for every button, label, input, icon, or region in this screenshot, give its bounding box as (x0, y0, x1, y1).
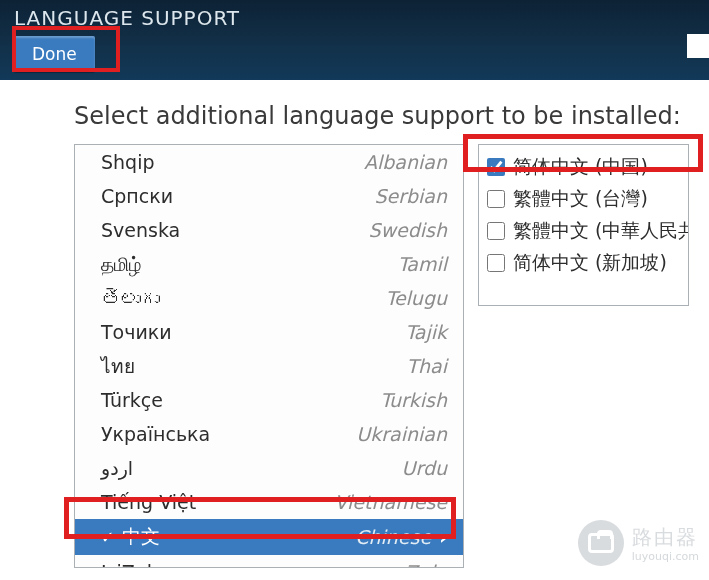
header-right-stub (687, 34, 709, 58)
language-english-label: Tajik (405, 321, 447, 343)
done-button[interactable]: Done (14, 36, 95, 72)
variant-label: 简体中文 (中国) (513, 154, 648, 180)
language-native-label: தமிழ் (101, 253, 141, 276)
variant-label: 简体中文 (新加坡) (513, 250, 667, 276)
instruction-text: Select additional language support to be… (74, 102, 709, 130)
header-bar: LANGUAGE SUPPORT Done (0, 0, 709, 80)
language-english-label: Vietnamese (335, 491, 447, 513)
language-native-label: Shqip (101, 151, 155, 173)
language-english-label: Swedish (368, 219, 447, 241)
language-row[interactable]: தமிழ்Tamil (75, 247, 463, 281)
variant-row[interactable]: 繁體中文 (中華人民共和國) (483, 215, 684, 247)
language-native-label: اردو (101, 457, 133, 479)
language-row[interactable]: IsiZuluZulu (75, 555, 463, 568)
variant-row[interactable]: 简体中文 (新加坡) (483, 247, 684, 279)
language-english-label: Turkish (380, 389, 447, 411)
language-row[interactable]: ไทยThai (75, 349, 463, 383)
variant-checkbox[interactable] (487, 190, 505, 208)
language-native-label: Tiếng Việt (101, 491, 196, 513)
variant-checkbox[interactable] (487, 254, 505, 272)
language-row[interactable]: СрпскиSerbian (75, 179, 463, 213)
page-title: LANGUAGE SUPPORT (14, 6, 695, 30)
language-native-label: 中文 (122, 524, 160, 550)
language-english-label: Albanian (364, 151, 447, 173)
language-row[interactable]: TürkçeTurkish (75, 383, 463, 417)
language-english-label: Ukrainian (356, 423, 447, 445)
language-english-label: Zulu (405, 561, 447, 568)
variant-label: 繁體中文 (台灣) (513, 186, 648, 212)
chevron-right-icon: › (439, 526, 447, 548)
language-english-label: Tamil (398, 253, 447, 275)
language-native-label: Svenska (101, 219, 180, 241)
language-row[interactable]: తెలుగుTelugu (75, 281, 463, 315)
checkmark-icon: ✓ (101, 528, 114, 547)
variant-checkbox[interactable] (487, 222, 505, 240)
language-native-label: Српски (101, 185, 173, 207)
language-row[interactable]: اردوUrdu (75, 451, 463, 485)
language-list[interactable]: ShqipAlbanianСрпскиSerbianSvenskaSwedish… (74, 144, 464, 568)
variant-row[interactable]: 简体中文 (中国) (483, 151, 684, 183)
language-english-label: Thai (406, 355, 447, 377)
variant-list: 简体中文 (中国)繁體中文 (台灣)繁體中文 (中華人民共和國)简体中文 (新加… (478, 144, 689, 306)
variant-row[interactable]: 繁體中文 (台灣) (483, 183, 684, 215)
language-row[interactable]: УкраїнськаUkrainian (75, 417, 463, 451)
language-english-label: Serbian (374, 185, 447, 207)
language-row[interactable]: ShqipAlbanian (75, 145, 463, 179)
variant-label: 繁體中文 (中華人民共和國) (513, 218, 689, 244)
language-native-label: Українська (101, 423, 210, 445)
language-native-label: Точики (101, 321, 172, 343)
language-row-selected[interactable]: ✓中文Chinese› (75, 519, 463, 555)
language-native-label: తెలుగు (101, 287, 159, 309)
variant-checkbox[interactable] (487, 158, 505, 176)
language-row[interactable]: ТочикиTajik (75, 315, 463, 349)
language-native-label: Türkçe (101, 389, 163, 411)
language-english-label: Chinese (355, 526, 431, 548)
language-row[interactable]: Tiếng ViệtVietnamese (75, 485, 463, 519)
language-english-label: Urdu (402, 457, 448, 479)
language-native-label: IsiZulu (101, 561, 164, 568)
language-native-label: ไทย (101, 351, 135, 381)
language-english-label: Telugu (386, 287, 448, 309)
content-area: ShqipAlbanianСрпскиSerbianSvenskaSwedish… (0, 144, 709, 568)
language-row[interactable]: SvenskaSwedish (75, 213, 463, 247)
